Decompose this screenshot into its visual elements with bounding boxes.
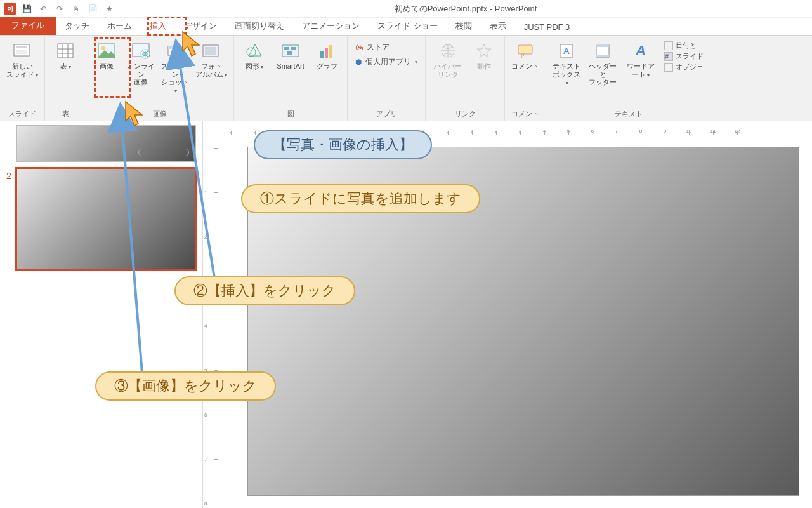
text-side-options: 日付と #スライド オブジェ	[660, 38, 707, 74]
shapes-icon	[244, 41, 265, 61]
object-icon	[664, 63, 673, 72]
work-area: 2 987543210123456789101112 12345678	[0, 121, 812, 508]
action-button[interactable]: 動作	[468, 38, 501, 73]
new-slide-label: 新しい スライド	[6, 62, 38, 78]
slide-editor[interactable]: 987543210123456789101112 12345678	[203, 121, 812, 508]
svg-point-19	[247, 48, 256, 57]
svg-marker-28	[477, 44, 491, 58]
online-picture-button[interactable]: オンライン 画像	[124, 38, 157, 89]
save-icon[interactable]: 💾	[20, 3, 33, 15]
my-apps-button[interactable]: ⬢個人用アプリ▾	[355, 57, 417, 67]
group-slide: 新しい スライド スライド	[0, 36, 45, 121]
group-shape: 図形 SmartArt グラフ 図	[234, 36, 348, 121]
group-app-label: アプリ	[376, 107, 397, 121]
myapps-icon: ⬢	[355, 58, 362, 67]
cursor-icon-picture	[124, 100, 146, 127]
wordart-button[interactable]: A ワードアート	[622, 38, 659, 81]
group-text: A テキスト ボックス ヘッダーと フッター A ワードアート 日付と #スライ…	[546, 36, 711, 121]
tab-animation[interactable]: アニメーション	[293, 17, 369, 35]
textbox-button[interactable]: A テキスト ボックス	[550, 38, 583, 89]
thumbnail-2[interactable]: 2	[6, 168, 196, 270]
undo-icon[interactable]: ↶	[37, 3, 49, 15]
new-slide-icon	[12, 41, 32, 61]
group-app: 🛍ストア ⬢個人用アプリ▾ アプリ	[348, 36, 426, 121]
thumbnail-pane[interactable]: 2	[0, 121, 203, 508]
header-footer-button[interactable]: ヘッダーと フッター	[584, 38, 621, 89]
hyperlink-button[interactable]: ハイパーリンク	[429, 38, 466, 81]
svg-rect-34	[596, 44, 609, 47]
photo-album-icon	[201, 41, 221, 61]
svg-rect-35	[596, 55, 609, 57]
tab-review[interactable]: 校閲	[447, 17, 481, 35]
chart-button[interactable]: グラフ	[310, 38, 343, 73]
group-text-label: テキスト	[615, 107, 643, 121]
svg-rect-23	[287, 51, 292, 55]
svg-rect-22	[291, 47, 296, 50]
store-icon: 🛍	[355, 43, 363, 52]
screenshot-label: スクリーン ショット	[160, 62, 190, 95]
slidenum-icon: #	[664, 52, 673, 61]
comment-icon	[515, 41, 535, 61]
action-label: 動作	[477, 62, 491, 70]
tab-slideshow[interactable]: スライド ショー	[369, 17, 447, 35]
chart-icon	[317, 41, 337, 61]
tab-justpdf[interactable]: JUST PDF 3	[515, 19, 579, 35]
action-icon	[474, 41, 494, 61]
shapes-label: 図形	[246, 62, 263, 70]
group-image-label: 画像	[153, 107, 167, 121]
group-comment-label: コメント	[511, 107, 539, 121]
table-button[interactable]: 表	[49, 38, 82, 73]
textbox-icon: A	[556, 41, 577, 61]
tab-home[interactable]: ホーム	[98, 17, 141, 35]
ruler-vertical: 12345678	[203, 135, 218, 508]
tab-touch[interactable]: タッチ	[56, 17, 98, 35]
callout-step1: ①スライドに写真を追加します	[241, 184, 480, 213]
svg-rect-1	[16, 46, 27, 48]
online-picture-icon	[131, 41, 151, 61]
group-shape-label: 図	[287, 107, 294, 121]
touch-mode-icon[interactable]: 🖱	[70, 3, 82, 15]
svg-rect-17	[205, 47, 216, 55]
object-button[interactable]: オブジェ	[664, 62, 704, 72]
svg-rect-20	[282, 45, 299, 57]
table-label: 表	[60, 62, 71, 70]
svg-text:A: A	[563, 46, 570, 56]
smartart-icon	[280, 41, 301, 61]
smartart-label: SmartArt	[277, 62, 304, 70]
tab-transition[interactable]: 画面切り替え	[226, 17, 293, 35]
redo-icon[interactable]: ↷	[53, 3, 66, 15]
wordart-label: ワードアート	[624, 62, 658, 78]
table-icon	[55, 41, 75, 61]
svg-marker-30	[521, 54, 525, 58]
star-icon[interactable]: ★	[103, 3, 115, 15]
header-footer-icon	[593, 41, 613, 61]
picture-button[interactable]: 画像	[90, 38, 123, 73]
tab-insert[interactable]: 挿入	[141, 17, 175, 35]
comment-button[interactable]: コメント	[509, 38, 542, 73]
svg-rect-26	[329, 45, 332, 58]
group-slide-label: スライド	[8, 107, 36, 121]
comment-label: コメント	[511, 62, 539, 70]
group-link-label: リンク	[455, 107, 476, 121]
smartart-button[interactable]: SmartArt	[272, 38, 309, 73]
group-image: 画像 オンライン 画像 スクリーン ショット フォト アルバム 画像	[86, 36, 234, 121]
chart-label: グラフ	[317, 62, 337, 70]
hyperlink-icon	[438, 41, 458, 61]
datetime-icon	[664, 41, 673, 50]
group-comment: コメント コメント	[505, 36, 546, 121]
tab-view[interactable]: 表示	[481, 17, 515, 35]
ribbon: 新しい スライド スライド 表 表 画像 オンライン 画像 スクリー	[0, 36, 812, 121]
thumb-num-2: 2	[6, 168, 16, 181]
datetime-button[interactable]: 日付と	[664, 41, 704, 50]
svg-rect-29	[518, 45, 532, 54]
group-table: 表 表	[45, 36, 86, 121]
thumbnail-1[interactable]	[6, 125, 196, 162]
tab-file[interactable]: ファイル	[0, 17, 56, 35]
app-icon: P]	[4, 3, 16, 15]
shapes-button[interactable]: 図形	[238, 38, 271, 73]
preview-icon[interactable]: 📄	[86, 3, 99, 15]
wordart-icon: A	[631, 41, 651, 61]
slidenum-button[interactable]: #スライド	[664, 51, 704, 61]
new-slide-button[interactable]: 新しい スライド	[4, 38, 41, 81]
store-button[interactable]: 🛍ストア	[355, 42, 417, 53]
